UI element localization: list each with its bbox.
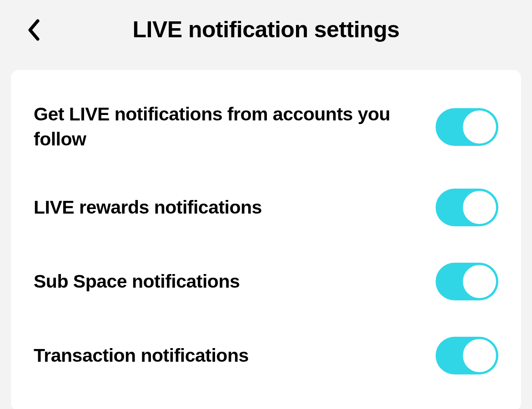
settings-card: Get LIVE notifications from accounts you… [11, 70, 521, 409]
chevron-left-icon [27, 19, 40, 41]
toggle-knob [463, 191, 496, 224]
toggle-knob [463, 265, 496, 298]
toggle-live-rewards[interactable] [436, 189, 498, 226]
toggle-transaction[interactable] [436, 337, 498, 374]
back-button[interactable] [23, 19, 45, 41]
settings-label: LIVE rewards notifications [34, 195, 262, 220]
settings-label: Sub Space notifications [34, 269, 240, 294]
settings-row-live-rewards: LIVE rewards notifications [34, 170, 498, 244]
toggle-sub-space[interactable] [436, 263, 498, 300]
settings-label: Transaction notifications [34, 343, 249, 368]
settings-row-live-accounts: Get LIVE notifications from accounts you… [34, 84, 498, 170]
toggle-knob [463, 110, 496, 144]
toggle-knob [463, 339, 496, 372]
header: LIVE notification settings [0, 0, 532, 56]
settings-label: Get LIVE notifications from accounts you… [34, 102, 407, 152]
settings-row-sub-space: Sub Space notifications [34, 244, 498, 319]
toggle-live-accounts[interactable] [436, 108, 498, 146]
page-title: LIVE notification settings [23, 16, 509, 43]
settings-row-transaction: Transaction notifications [34, 319, 498, 393]
